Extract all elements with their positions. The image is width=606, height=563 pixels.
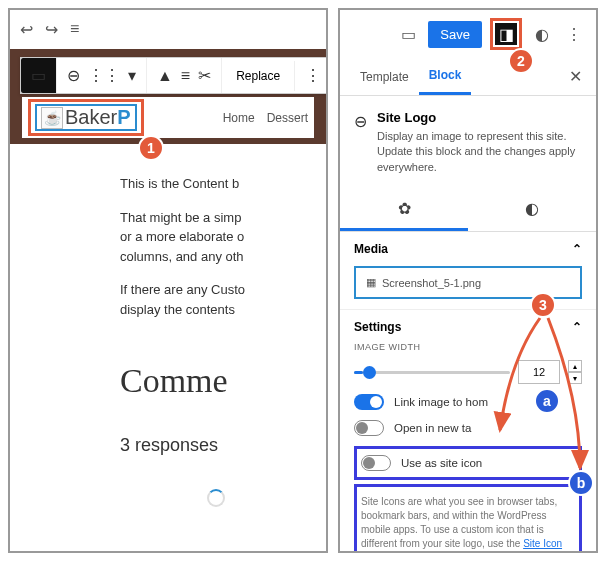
media-section: Media⌃ ▦ Screenshot_5-1.png [340,232,596,310]
body-p3: If there are any Custodisplay the conten… [120,280,312,319]
comments-heading: Comme [120,355,312,406]
toggle-site-icon-label: Use as site icon [401,457,482,469]
editor-topbar: ↩ ↪ ≡ [10,10,326,49]
chevron-up-icon: ⌃ [572,320,582,334]
site-icon-help: Site Icons are what you see in browser t… [361,495,575,553]
subtab-styles[interactable]: ◐ [468,189,596,231]
logo-nav-row: ☕ BakerP Home Dessert [22,97,314,138]
loading-spinner [207,489,225,507]
image-width-label: IMAGE WIDTH [354,342,582,352]
site-title: BakerP [65,106,131,129]
toggle-link-home-label: Link image to hom [394,396,488,408]
site-logo-icon: ⊖ [354,112,367,175]
nav-home[interactable]: Home [223,111,255,125]
details-icon[interactable]: ≡ [70,20,79,39]
settings-tabs: Template Block ✕ [340,58,596,96]
chevron-down-icon[interactable]: ▾ [124,62,140,89]
chevron-up-icon: ⌃ [572,242,582,256]
block-subtabs: ✿ ◐ [340,189,596,232]
callout-2: 2 [508,48,534,74]
align-text-icon[interactable]: ≡ [177,63,194,89]
logo-callout-box: ☕ BakerP [28,99,144,136]
block-toolbar: ▭ ⊖ ⋮⋮ ▾ ▲ ≡ ✂ Replace ⋮ [20,57,328,94]
callout-1: 1 [138,135,164,161]
undo-icon[interactable]: ↩ [20,20,33,39]
caution-icon[interactable]: ▲ [153,63,177,89]
align-icon[interactable]: ▭ [27,62,50,89]
callout-a: a [534,388,560,414]
image-width-row: 12 ▴▾ [354,360,582,384]
image-icon: ▦ [366,276,376,289]
sidebar-toggle-callout: ◨ [490,18,522,50]
page-body: This is the Content b That might be a si… [10,144,326,517]
toggle-open-new: Open in new ta [354,420,582,436]
editor-panel: ↩ ↪ ≡ ▭ ⊖ ⋮⋮ ▾ ▲ ≡ ✂ Replace ⋮ ☕ BakerP [8,8,328,553]
options-icon[interactable]: ⋮ [562,22,586,46]
toggle-site-icon-switch[interactable] [361,455,391,471]
help-callout-box: Site Icons are what you see in browser t… [354,484,582,553]
tab-template[interactable]: Template [350,60,419,94]
settings-panel: ▭ Save ◨ ◐ ⋮ Template Block ✕ ⊖ Site Log… [338,8,598,553]
block-info: ⊖ Site Logo Display an image to represen… [340,96,596,189]
settings-heading[interactable]: Settings⌃ [354,320,582,334]
width-stepper[interactable]: ▴▾ [568,360,582,384]
subtab-settings[interactable]: ✿ [340,189,468,231]
nav-dessert[interactable]: Dessert [267,111,308,125]
toggle-open-new-label: Open in new ta [394,422,471,434]
drag-icon[interactable]: ⋮⋮ [84,62,124,89]
close-icon[interactable]: ✕ [565,63,586,90]
logo-selection[interactable]: ☕ BakerP [35,104,137,131]
save-button[interactable]: Save [428,21,482,48]
toggle-open-new-switch[interactable] [354,420,384,436]
image-width-slider[interactable] [354,371,510,374]
responses-count: 3 responses [120,432,312,459]
crop-icon[interactable]: ✂ [194,62,215,89]
logo-image[interactable]: ☕ [41,107,63,129]
toggle-link-home-switch[interactable] [354,394,384,410]
sidebar-toggle-button[interactable]: ◨ [495,23,517,45]
media-heading[interactable]: Media⌃ [354,242,582,256]
site-icon-callout-box: Use as site icon [354,446,582,480]
body-p1: This is the Content b [120,174,312,194]
body-p2: That might be a simpor a more elaborate … [120,208,312,267]
nav-links: Home Dessert [223,111,308,125]
settings-section: Settings⌃ IMAGE WIDTH 12 ▴▾ Link image t… [340,310,596,553]
settings-header: ▭ Save ◨ ◐ ⋮ [340,10,596,58]
toggle-site-icon: Use as site icon [361,455,575,471]
more-icon[interactable]: ⋮ [301,62,325,89]
contrast-icon[interactable]: ◐ [530,22,554,46]
redo-icon[interactable]: ↪ [45,20,58,39]
block-title: Site Logo [377,110,582,125]
replace-button[interactable]: Replace [228,65,288,87]
block-desc: Display an image to represent this site.… [377,129,582,175]
logo-style-icon[interactable]: ⊖ [63,62,84,89]
callout-3: 3 [530,292,556,318]
header-band: ▭ ⊖ ⋮⋮ ▾ ▲ ≡ ✂ Replace ⋮ ☕ BakerP [10,49,326,144]
image-width-input[interactable]: 12 [518,360,560,384]
callout-b: b [568,470,594,496]
desktop-icon[interactable]: ▭ [396,22,420,46]
tab-block[interactable]: Block [419,58,472,95]
